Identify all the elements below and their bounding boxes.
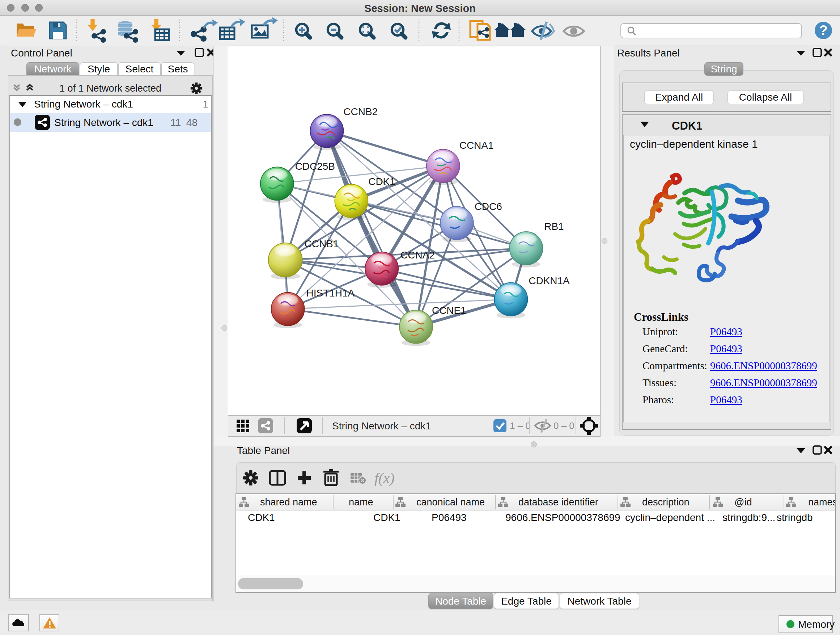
svg-text:String Network – cdk1: String Network – cdk1 (332, 420, 431, 432)
svg-text:@id: @id (734, 497, 752, 508)
svg-text:canonical name: canonical name (416, 497, 485, 508)
svg-text:CCNB1: CCNB1 (305, 238, 339, 249)
svg-text:description: description (642, 497, 690, 508)
svg-text:f(x): f(x) (374, 470, 395, 486)
svg-text:name: name (349, 497, 373, 508)
svg-text:HIST1H1A: HIST1H1A (306, 287, 355, 299)
svg-text:database identifier: database identifier (518, 497, 598, 508)
svg-text:namespace: namespace (808, 497, 835, 508)
svg-text:RB1: RB1 (544, 221, 564, 232)
svg-text:CDK1: CDK1 (368, 176, 395, 187)
svg-text:CDC25B: CDC25B (295, 161, 335, 172)
svg-text:CCNA2: CCNA2 (401, 249, 435, 261)
svg-text:?: ? (819, 23, 827, 38)
svg-text:1 – 0: 1 – 0 (510, 420, 531, 431)
svg-text:CCNA1: CCNA1 (459, 140, 494, 151)
svg-text:0 – 0: 0 – 0 (554, 420, 575, 431)
svg-text:CCNB2: CCNB2 (343, 106, 378, 117)
svg-text:CDKN1A: CDKN1A (529, 275, 570, 287)
svg-text:CDC6: CDC6 (475, 201, 502, 212)
svg-text:CCNE1: CCNE1 (432, 305, 466, 316)
svg-text:shared name: shared name (260, 497, 317, 508)
